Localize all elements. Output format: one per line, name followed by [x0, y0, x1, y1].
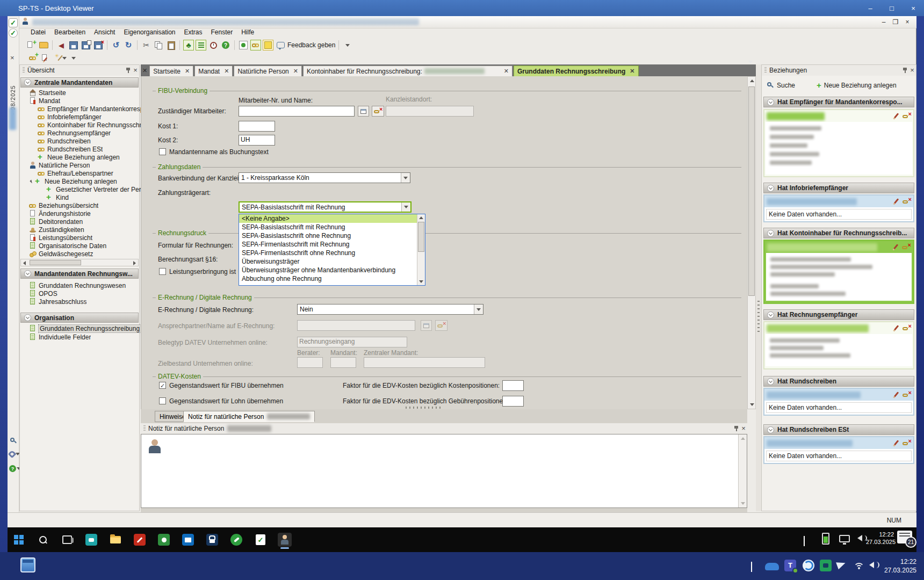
bez-card-rundschreiben[interactable]: Keine Daten vorhanden... — [763, 388, 914, 416]
sidebar-item-startseite[interactable]: Startseite — [21, 89, 138, 97]
horizontal-splitter-handle[interactable] — [406, 407, 443, 409]
undo-icon[interactable]: ↺ — [111, 40, 121, 50]
paste-icon[interactable] — [165, 40, 176, 50]
close-icon[interactable]: × — [740, 425, 747, 432]
redo-icon[interactable]: ↻ — [123, 40, 134, 50]
check-icon[interactable]: ✓ — [9, 18, 18, 27]
tab-startseite[interactable]: Startseite✕ — [149, 66, 193, 76]
dropdown-option[interactable]: Überweisungsträger — [239, 257, 417, 266]
save-all-icon[interactable] — [81, 40, 91, 50]
faktor-gebuehren-input[interactable] — [502, 396, 524, 407]
combo-arrow-icon[interactable] — [401, 202, 410, 212]
tab-natuerliche-person[interactable]: Natürliche Person✕ — [234, 66, 302, 76]
sidebar-item-jahresabschluss[interactable]: Jahresabschluss — [21, 298, 145, 306]
menu-bearbeiten[interactable]: Bearbeiten — [50, 28, 89, 38]
taskbar-app-person-icon-active[interactable] — [278, 533, 292, 547]
battery-icon[interactable] — [822, 533, 829, 545]
remote-hidden-icons-chevron[interactable] — [804, 537, 805, 547]
bez-section-empfaenger[interactable]: Hat Empfänger für Mandantenkorrespo... — [763, 97, 914, 107]
sidebar-item-neue-beziehung[interactable]: Neue Beziehung anlegen — [21, 153, 154, 161]
host-volume-icon[interactable] — [869, 562, 874, 568]
taskbar-app-lock-icon[interactable] — [205, 533, 219, 547]
sidebar-item-rechnungsempfaenger[interactable]: Rechnungsempfänger — [21, 129, 154, 137]
kost2-input[interactable]: UH — [239, 135, 275, 146]
viewer-maximize-button[interactable]: □ — [881, 2, 903, 14]
beziehungen-new-button[interactable]: Neue Beziehung anlegen — [824, 82, 897, 89]
combo-arrow-icon[interactable] — [401, 173, 410, 183]
feedback-label[interactable]: Feedback geben — [287, 41, 335, 49]
gegenstandswert-lohn-checkbox[interactable] — [159, 397, 166, 404]
beziehungen-search-button[interactable]: Suche — [777, 82, 795, 89]
mandantenname-checkbox[interactable] — [159, 148, 166, 155]
list-view-icon[interactable] — [196, 40, 206, 50]
expander-icon[interactable] — [30, 179, 33, 183]
check-circle-icon[interactable]: ✓ — [9, 28, 18, 38]
send-icon[interactable] — [837, 561, 846, 568]
kost1-input[interactable] — [239, 121, 275, 132]
leistungserbringung-checkbox[interactable] — [159, 268, 166, 275]
sidebar-item-zustaendigkeiten[interactable]: Zuständigkeiten — [21, 226, 138, 234]
taskbar-app-green-icon[interactable] — [157, 533, 171, 547]
close-icon[interactable]: × — [908, 67, 916, 74]
sidebar-item-natuerliche-person[interactable]: Natürliche Person — [21, 161, 138, 169]
bez-section-infobrief[interactable]: Hat Infobriefempfänger — [763, 183, 914, 193]
bez-section-rechnungsempfaenger[interactable]: Hat Rechnungsempfänger — [763, 309, 914, 320]
unlink-icon[interactable] — [903, 440, 911, 447]
vertical-splitter[interactable] — [756, 64, 761, 511]
tab-notiz[interactable]: Notiz für natürliche Person — [183, 411, 315, 422]
save-close-icon[interactable]: × — [93, 40, 104, 50]
pin-icon[interactable] — [125, 67, 132, 74]
zahlungstraegerart-combobox[interactable]: SEPA-Basislastschrift mit Rechnung — [239, 201, 412, 213]
sidebar-item-geldwaeschegesetz[interactable]: Geldwäschegesetz — [21, 250, 138, 258]
tabbar-close-icon[interactable]: ✕ — [142, 67, 147, 74]
edit-document-icon[interactable] — [41, 53, 50, 63]
dropdown-scrollbar[interactable] — [417, 214, 425, 285]
dropdown-option[interactable]: <Keine Angabe> — [239, 214, 417, 223]
tree-section-mandantendaten-rw[interactable]: Mandantendaten Rechnungsw... — [20, 269, 139, 279]
erechnung-combobox[interactable]: Nein — [297, 304, 483, 315]
task-view-icon[interactable] — [60, 533, 74, 547]
sidebar-item-debitorendaten[interactable]: Debitorendaten — [21, 218, 138, 226]
toolbar-overflow-icon[interactable] — [342, 40, 353, 50]
combo-arrow-icon[interactable] — [474, 305, 483, 314]
dropdown-option[interactable]: Abbuchung ohne Rechnung — [239, 274, 417, 283]
sidebar-item-mandat[interactable]: Mandat — [21, 97, 138, 105]
browse-mitarbeiter-button[interactable] — [358, 106, 369, 117]
edit-icon[interactable] — [893, 325, 899, 332]
start-button[interactable] — [12, 533, 26, 547]
gegenstandswert-fibu-checkbox[interactable]: ✓ — [159, 382, 166, 389]
menu-ansicht[interactable]: Ansicht — [90, 28, 119, 38]
edit-icon[interactable] — [893, 392, 899, 398]
tab-close-icon[interactable]: ✕ — [224, 68, 229, 75]
tab-grunddaten-rechnungsschreibung[interactable]: Grunddaten Rechnungsschreibung✕ — [514, 66, 639, 76]
sidebar-item-rundschreiben[interactable]: Rundschreiben — [21, 137, 154, 145]
menu-hilfe[interactable]: Hilfe — [237, 28, 258, 38]
cut-icon[interactable]: ✂ — [141, 40, 151, 50]
circle-app-icon[interactable] — [803, 560, 814, 571]
unlink-icon[interactable] — [903, 325, 911, 332]
save-icon[interactable] — [68, 40, 79, 50]
tab-list-dropdown-icon[interactable] — [748, 63, 753, 73]
faktor-kosten-input[interactable] — [502, 380, 524, 391]
add-link-icon[interactable]: + — [28, 53, 38, 63]
taskbar-app-phone-icon[interactable] — [229, 533, 243, 547]
help-icon[interactable]: ? — [220, 40, 231, 50]
edit-icon[interactable] — [893, 113, 899, 120]
sidebar-item-aenderungshistorie[interactable]: Änderungshistorie — [21, 209, 138, 218]
remote-clock[interactable]: 12:22 27.03.2025 — [866, 531, 894, 546]
bez-card-kontoinhaber[interactable] — [763, 240, 914, 304]
tree-section-zentrale[interactable]: Zentrale Mandantendaten — [20, 77, 139, 88]
new-document-icon[interactable]: + — [26, 40, 37, 50]
note-icon[interactable] — [263, 40, 273, 50]
lex-icon[interactable] — [238, 40, 249, 50]
feedback-bubble-icon[interactable] — [275, 40, 286, 50]
bez-card-empfaenger[interactable] — [763, 109, 914, 177]
dropdown-option[interactable]: SEPA-Basislastschrift ohne Rechnung — [239, 231, 417, 240]
taskbar-app-red-icon[interactable] — [133, 533, 147, 547]
history-clock-icon[interactable] — [208, 40, 219, 50]
network-icon[interactable] — [839, 535, 850, 542]
menu-extras[interactable]: Extras — [181, 28, 206, 38]
unlink-icon[interactable] — [903, 392, 911, 398]
menu-fenster[interactable]: Fenster — [207, 28, 237, 38]
link-icon[interactable] — [250, 40, 261, 50]
